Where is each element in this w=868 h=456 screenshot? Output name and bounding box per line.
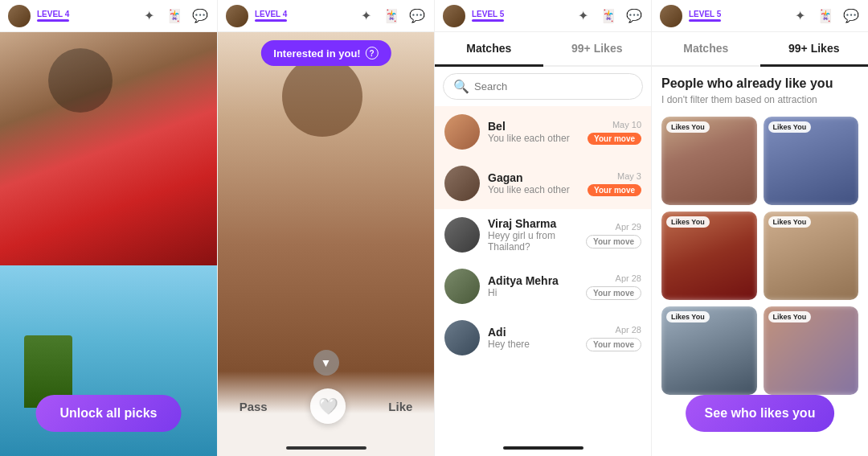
match-name: Gagan [488, 171, 579, 184]
likes-you-badge: Likes You [666, 311, 710, 322]
level-bar [37, 19, 69, 22]
interested-in-you-badge: Interested in you! ? [260, 40, 391, 66]
chat-icon[interactable]: 💬 [191, 7, 209, 25]
level-info: LEVEL 5 [689, 10, 721, 22]
match-item-gagan[interactable]: Gagan You like each other May 3 Your mov… [435, 158, 651, 209]
likes-you-badge: Likes You [768, 121, 812, 133]
match-sub: You like each other [488, 184, 579, 195]
match-right: Apr 28 Your move [586, 273, 641, 300]
panel-matches: LEVEL 5 ✦ 🃏 💬 Matches 99+ Likes 🔍 Bel Yo… [434, 0, 651, 456]
sparkle-icon[interactable]: ✦ [791, 7, 809, 25]
pass-button[interactable]: Pass [240, 400, 268, 413]
panel-likes: LEVEL 5 ✦ 🃏 💬 Matches 99+ Likes People w… [651, 0, 868, 456]
your-move-badge: Your move [586, 338, 641, 351]
avatar [443, 5, 465, 27]
match-sub: Hey there [488, 339, 578, 350]
like-card-3[interactable]: Likes You [661, 212, 757, 300]
avatar [444, 114, 480, 150]
unlock-all-picks-button[interactable]: Unlock all picks [36, 395, 182, 432]
search-icon: 🔍 [453, 79, 469, 94]
panel2-header: LEVEL 4 ✦ 🃏 💬 [218, 0, 434, 32]
avatar [226, 5, 248, 27]
book-icon[interactable]: 🃏 [383, 7, 400, 25]
level-bar [689, 19, 721, 22]
likes-you-badge: Likes You [768, 311, 812, 322]
chat-icon[interactable]: 💬 [625, 7, 643, 25]
match-item-adi[interactable]: Adi Hey there Apr 28 Your move [435, 312, 651, 364]
likes-you-badge: Likes You [768, 216, 812, 228]
likes-you-badge: Likes You [666, 121, 710, 133]
like-button[interactable]: Like [388, 400, 412, 413]
question-icon[interactable]: ? [366, 47, 379, 60]
level-info: LEVEL 4 [37, 10, 69, 22]
bottom-bar [503, 446, 583, 450]
avatar [8, 5, 31, 27]
tab-likes[interactable]: 99+ Likes [760, 32, 869, 67]
level-info: LEVEL 4 [255, 10, 287, 22]
your-move-badge: Your move [588, 133, 641, 145]
like-card-2[interactable]: Likes You [764, 117, 859, 205]
panel3-header: LEVEL 5 ✦ 🃏 💬 [435, 0, 651, 32]
avatar [444, 269, 480, 304]
bottom-bar [286, 446, 366, 450]
bottom-actions: Pass 🤍 Like [218, 388, 434, 424]
match-item-viraj[interactable]: Viraj Sharma Heyy girl u from Thailand? … [435, 209, 651, 261]
avatar [444, 320, 480, 355]
panel4-header: LEVEL 5 ✦ 🃏 💬 [652, 0, 868, 32]
sparkle-icon[interactable]: ✦ [357, 7, 375, 25]
chevron-down-button[interactable]: ▼ [313, 350, 339, 376]
match-info: Adi Hey there [488, 326, 578, 350]
book-icon[interactable]: 🃏 [600, 7, 617, 25]
book-icon[interactable]: 🃏 [817, 7, 834, 25]
like-card-6[interactable]: Likes You [764, 306, 859, 395]
panel-picks: LEVEL 4 ✦ 🃏 💬 Unlock all picks [0, 0, 217, 456]
chat-icon[interactable]: 💬 [842, 7, 860, 25]
match-date: May 10 [612, 120, 641, 129]
panel-swipe: LEVEL 4 ✦ 🃏 💬 Interested in you! ? ▼ Pas… [217, 0, 434, 456]
book-icon[interactable]: 🃏 [166, 7, 183, 25]
match-name: Bel [488, 120, 579, 133]
match-name: Adi [488, 326, 578, 339]
likes-subtitle: I don't filter them based on attraction [661, 94, 858, 105]
heart-button[interactable]: 🤍 [310, 388, 346, 424]
level-info: LEVEL 5 [472, 10, 504, 22]
tab-matches[interactable]: Matches [652, 32, 760, 67]
matches-list: Bel You like each other May 10 Your move… [435, 106, 651, 440]
tab-matches[interactable]: Matches [435, 32, 543, 67]
likes-grid: Likes You Likes You Likes You Likes You … [661, 117, 858, 395]
match-right: Apr 28 Your move [586, 325, 641, 351]
photos-container: Unlock all picks [0, 32, 217, 456]
avatar [444, 166, 480, 201]
match-sub: You like each other [488, 133, 579, 144]
sparkle-icon[interactable]: ✦ [140, 7, 158, 25]
match-item-aditya[interactable]: Aditya Mehra Hi Apr 28 Your move [435, 261, 651, 312]
header-icons: ✦ 🃏 💬 [574, 7, 643, 25]
search-input[interactable] [474, 80, 633, 92]
like-card-4[interactable]: Likes You [764, 212, 859, 300]
avatar [444, 217, 480, 253]
likes-title: People who already like you [661, 76, 858, 91]
your-move-badge: Your move [586, 286, 641, 300]
like-card-1[interactable]: Likes You [661, 117, 757, 205]
match-date: Apr 29 [616, 222, 641, 232]
tab-likes[interactable]: 99+ Likes [543, 32, 652, 67]
header-icons: ✦ 🃏 💬 [357, 7, 426, 25]
your-move-badge: Your move [586, 235, 641, 249]
tabs-row: Matches 99+ Likes [652, 32, 868, 67]
match-right: Apr 29 Your move [586, 222, 641, 249]
header-icons: ✦ 🃏 💬 [791, 7, 860, 25]
match-sub: Hi [488, 287, 578, 298]
sparkle-icon[interactable]: ✦ [574, 7, 592, 25]
match-info: Bel You like each other [488, 120, 579, 144]
level-bar [255, 19, 287, 22]
chat-icon[interactable]: 💬 [408, 7, 426, 25]
like-card-5[interactable]: Likes You [661, 306, 757, 395]
match-item-bel[interactable]: Bel You like each other May 10 Your move [435, 106, 651, 158]
match-right: May 10 Your move [588, 120, 641, 145]
match-info: Aditya Mehra Hi [488, 274, 578, 298]
match-info: Gagan You like each other [488, 171, 579, 195]
search-box: 🔍 [443, 73, 643, 100]
see-who-likes-you-button[interactable]: See who likes you [686, 395, 835, 432]
header-icons: ✦ 🃏 💬 [140, 7, 209, 25]
match-date: May 3 [617, 171, 641, 181]
